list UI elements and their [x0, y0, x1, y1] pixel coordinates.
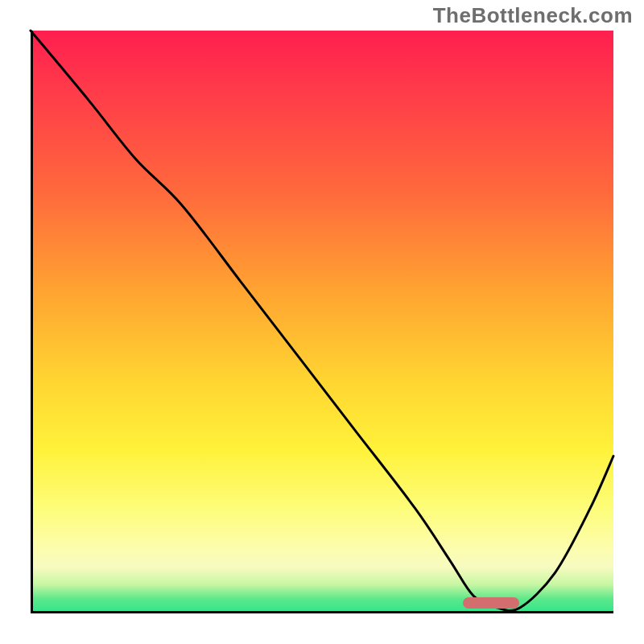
optimal-marker	[463, 597, 519, 609]
bottleneck-curve	[31, 31, 613, 613]
plot-area	[31, 31, 613, 613]
watermark-text: TheBottleneck.com	[433, 3, 633, 28]
bottleneck-chart: TheBottleneck.com	[0, 0, 644, 644]
